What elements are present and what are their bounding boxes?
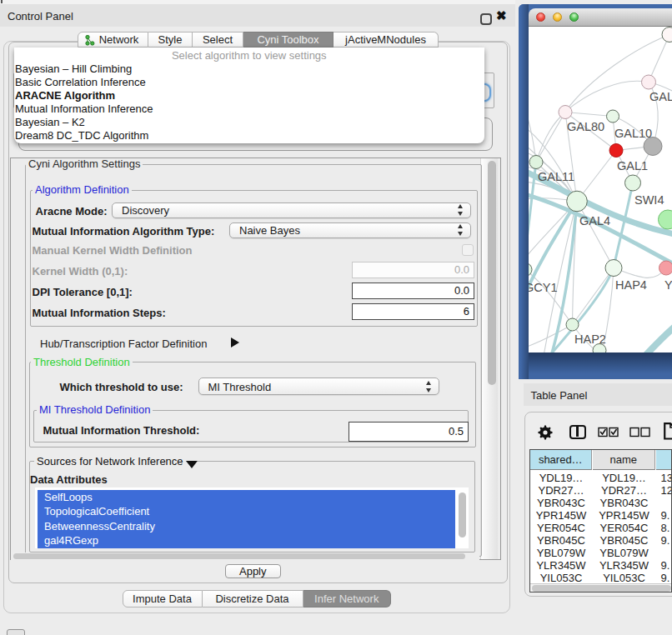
svg-text:GAL80: GAL80 (567, 120, 604, 133)
svg-text:GCY1: GCY1 (529, 280, 558, 293)
svg-text:SWI4: SWI4 (634, 192, 664, 206)
svg-text:GAL2: GAL2 (649, 89, 672, 102)
svg-text:HAP4: HAP4 (615, 278, 647, 291)
svg-text:GAL11: GAL11 (538, 169, 574, 182)
svg-text:HAP2: HAP2 (574, 332, 606, 345)
svg-text:GAL1: GAL1 (617, 158, 648, 172)
svg-text:GAL10: GAL10 (614, 126, 652, 139)
svg-text:GAL4: GAL4 (579, 213, 610, 227)
svg-text:YJ: YJ (664, 278, 672, 291)
